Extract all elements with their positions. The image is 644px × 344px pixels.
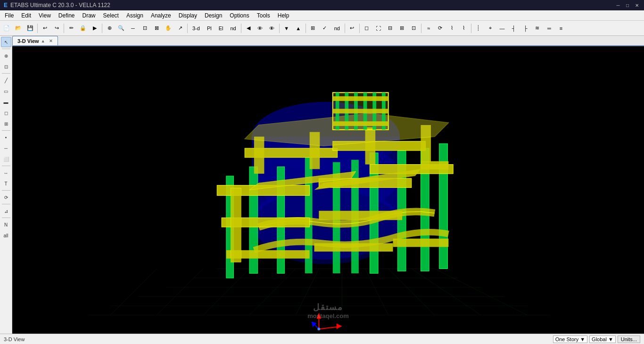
dotline-btn[interactable]: ┊ <box>473 23 484 34</box>
open-btn[interactable]: 📂 <box>13 23 24 34</box>
chk-btn[interactable]: ✓ <box>319 23 330 34</box>
menu-item-design[interactable]: Design <box>201 10 226 20</box>
zoom-fit1-btn[interactable]: ⊡ <box>139 23 150 34</box>
nd2-btn[interactable]: nd <box>331 24 343 33</box>
eye2-btn[interactable]: 👁 <box>266 23 278 34</box>
menu-item-file[interactable]: File <box>1 10 17 20</box>
sel-line-btn[interactable]: ─ <box>1 143 11 153</box>
tab-3d-view[interactable]: 3-D View ▲ ✕ <box>12 36 58 45</box>
elev-btn[interactable]: El <box>215 24 227 33</box>
left-toolbar-separator <box>2 218 10 218</box>
menu-item-view[interactable]: View <box>35 10 55 20</box>
spr2-btn[interactable]: ⌇ <box>446 23 458 34</box>
svg-rect-74 <box>333 109 388 114</box>
zoom-minus-btn[interactable]: ─ <box>127 23 139 34</box>
menu-item-analyze[interactable]: Analyze <box>147 10 175 20</box>
toolbar-separator <box>37 24 38 33</box>
pen-btn[interactable]: ✏ <box>66 23 77 34</box>
down-btn[interactable]: ▼ <box>281 23 292 34</box>
measure-btn[interactable]: ⊿ <box>1 206 11 216</box>
tab-close-icon[interactable]: ✕ <box>49 39 53 43</box>
tbl3-btn[interactable]: ⊡ <box>408 23 420 34</box>
main-area: 3-D View ▲ ✕ <box>12 36 644 334</box>
shape1-btn[interactable]: ◻ <box>361 23 372 34</box>
sel-area-btn[interactable]: ⬜ <box>1 154 11 164</box>
global-dropdown[interactable]: Global ▼ <box>589 336 616 343</box>
story-dropdown[interactable]: One Story ▼ <box>553 336 587 343</box>
menu-item-tools[interactable]: Tools <box>253 10 274 20</box>
line1-btn[interactable]: — <box>496 23 508 34</box>
run-btn[interactable]: ▶ <box>89 23 100 34</box>
draw-frame-btn[interactable]: ▭ <box>1 86 11 96</box>
spr4-btn[interactable]: ≋ <box>532 23 543 34</box>
menu-item-help[interactable]: Help <box>274 10 293 20</box>
menu-item-draw[interactable]: Draw <box>79 10 99 20</box>
svg-rect-46 <box>421 161 448 170</box>
undo2-btn[interactable]: ↩ <box>347 23 358 34</box>
tbl2-btn[interactable]: ⊞ <box>396 23 408 34</box>
eye1-btn[interactable]: 👁 <box>255 23 266 34</box>
svg-rect-54 <box>314 243 393 252</box>
toolbar: 📄📂💾↩↪✏🔒▶⊕🔍─⊡⊠✋↗3-dPlElnd◀👁👁▼▲⊞✓nd↩◻⛶⊟⊞⊡≈… <box>0 21 644 36</box>
menu-item-assign[interactable]: Assign <box>123 10 147 20</box>
spr1-btn[interactable]: ≈ <box>423 23 434 34</box>
tbl1-btn[interactable]: ⊟ <box>385 23 396 34</box>
lines-btn[interactable]: ≡ <box>555 23 567 34</box>
draw-link-btn[interactable]: ⊞ <box>1 118 11 129</box>
node-label-btn[interactable]: N <box>1 219 11 230</box>
units-button[interactable]: Units... <box>618 336 640 343</box>
draw-wall-btn[interactable]: ▬ <box>1 97 11 107</box>
3d-mode-btn[interactable]: 3-d <box>189 24 203 33</box>
pan-btn[interactable]: ✋ <box>163 23 174 34</box>
status-bar: 3-D View One Story ▼ Global ▼ Units... <box>0 334 644 344</box>
zoom-fit2-btn[interactable]: ⊠ <box>151 23 162 34</box>
left-toolbar-separator <box>2 204 10 204</box>
menu-item-define[interactable]: Define <box>55 10 79 20</box>
svg-point-84 <box>317 327 320 330</box>
pipe2-btn[interactable]: ├ <box>520 23 531 34</box>
sel-point-btn[interactable]: • <box>1 132 11 143</box>
zoom-in-btn[interactable]: 🔍 <box>116 23 127 34</box>
rotate-view-btn[interactable]: ⟳ <box>1 192 11 202</box>
equal-btn[interactable]: ═ <box>544 23 555 34</box>
up-btn[interactable]: ▲ <box>293 23 304 34</box>
redo-btn[interactable]: ↪ <box>51 23 62 34</box>
lock-btn[interactable]: 🔒 <box>77 23 89 34</box>
dimension-btn[interactable]: ↔ <box>1 168 11 178</box>
plan-btn[interactable]: Pl <box>204 24 215 33</box>
text-btn[interactable]: T <box>1 178 11 189</box>
all-label-btn[interactable]: all <box>1 230 11 241</box>
rot-btn[interactable]: ⟳ <box>435 23 446 34</box>
menu-item-options[interactable]: Options <box>226 10 253 20</box>
toolbar-separator <box>421 24 421 33</box>
nd-btn[interactable]: nd <box>227 24 239 33</box>
menu-item-edit[interactable]: Edit <box>17 10 35 20</box>
left-toolbar-separator <box>2 49 10 49</box>
story-dropdown-arrow: ▼ <box>580 336 585 342</box>
3d-viewport[interactable]: مستقل mostaqel.com <box>12 46 644 334</box>
maximize-button[interactable]: □ <box>624 2 631 8</box>
menu-item-select[interactable]: Select <box>99 10 123 20</box>
undo-btn[interactable]: ↩ <box>39 23 50 34</box>
toolbar-separator <box>305 24 306 33</box>
zoom-rect-btn[interactable]: ⊕ <box>104 23 115 34</box>
spr3-btn[interactable]: ⌇ <box>458 23 470 34</box>
grid-btn[interactable]: ⊞ <box>307 23 319 34</box>
pipe1-btn[interactable]: ┤ <box>508 23 520 34</box>
close-button[interactable]: ✕ <box>634 2 640 8</box>
save-btn[interactable]: 💾 <box>25 23 36 34</box>
pointer-btn[interactable]: ↖ <box>1 37 11 47</box>
zoom-left-btn[interactable]: ⊕ <box>1 50 11 61</box>
minimize-button[interactable]: ─ <box>615 2 621 8</box>
tab-maximize-icon[interactable]: ▲ <box>41 39 45 43</box>
hinge-btn[interactable]: ⌖ <box>485 23 496 34</box>
draw-line-btn[interactable]: ╱ <box>1 75 11 85</box>
rubber-band-btn[interactable]: ⊡ <box>1 61 11 72</box>
menu-item-display[interactable]: Display <box>175 10 201 20</box>
status-right-controls: One Story ▼ Global ▼ Units... <box>553 336 640 343</box>
new-btn[interactable]: 📄 <box>1 23 12 34</box>
draw-slab-btn[interactable]: ◻ <box>1 108 11 118</box>
prev-btn[interactable]: ◀ <box>243 23 254 34</box>
ptr-btn[interactable]: ↗ <box>174 23 186 34</box>
cursor-shape-btn[interactable]: ⛶ <box>373 23 384 34</box>
